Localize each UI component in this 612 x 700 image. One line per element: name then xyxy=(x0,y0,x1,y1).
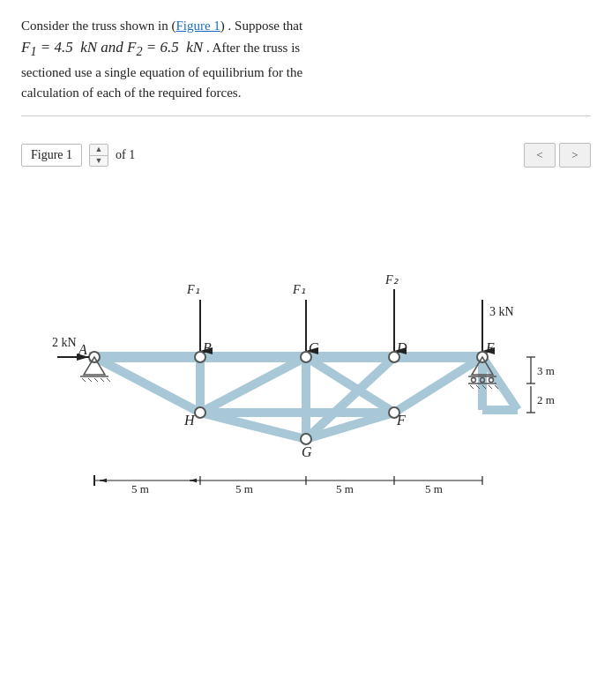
svg-line-27 xyxy=(94,378,98,382)
force-F2-label: F₂ xyxy=(384,273,399,287)
figure-link[interactable]: Figure 1 xyxy=(175,19,220,33)
force-2kN-label: 2 kN xyxy=(52,336,77,349)
node-label-D: D xyxy=(396,340,407,355)
dim-5m-4: 5 m xyxy=(425,482,443,495)
figure-of-text: of 1 xyxy=(116,148,135,162)
section-divider xyxy=(21,115,591,116)
figure-prev-button[interactable]: < xyxy=(524,143,556,168)
svg-line-28 xyxy=(101,378,104,382)
figure-nav-buttons: < > xyxy=(524,143,591,168)
node-label-F: F xyxy=(396,413,406,428)
svg-point-32 xyxy=(472,378,476,383)
svg-line-25 xyxy=(82,378,86,382)
figure-next-button[interactable]: > xyxy=(559,143,591,168)
node-label-B: B xyxy=(203,340,212,355)
svg-line-26 xyxy=(88,378,92,382)
svg-line-5 xyxy=(94,357,200,413)
dim-3m: 3 m xyxy=(537,364,555,377)
spinner-down-icon[interactable]: ▼ xyxy=(90,156,108,167)
dim-5m-2: 5 m xyxy=(235,482,253,495)
svg-line-36 xyxy=(470,385,474,389)
svg-line-39 xyxy=(489,385,492,389)
node-label-H: H xyxy=(183,413,196,428)
node-label-A: A xyxy=(78,342,87,357)
truss-diagram: A B C D E H G F 2 kN F₁ F₁ xyxy=(50,185,562,511)
problem-text: Consider the truss shown in (Figure 1) .… xyxy=(21,16,591,103)
force-F1-C-label: F₁ xyxy=(292,283,306,296)
figure-label: Figure 1 xyxy=(21,144,82,167)
svg-point-34 xyxy=(489,378,494,383)
svg-line-29 xyxy=(107,378,110,382)
figure-spinner[interactable]: ▲ ▼ xyxy=(89,144,108,167)
svg-line-10 xyxy=(394,357,482,413)
figure-area: A B C D E H G F 2 kN F₁ F₁ xyxy=(21,176,591,520)
figure-controls: Figure 1 ▲ ▼ of 1 < > xyxy=(21,143,591,168)
node-label-G: G xyxy=(302,444,312,459)
dim-2m: 2 m xyxy=(537,393,555,406)
svg-line-6 xyxy=(200,357,306,413)
force-F1-B-label: F₁ xyxy=(186,283,200,296)
dim-5m-3: 5 m xyxy=(336,482,354,495)
node-label-C: C xyxy=(309,340,318,355)
dim-5m-1: 5 m xyxy=(131,482,149,495)
node-label-E: E xyxy=(485,340,495,355)
force-3kN-label: 3 kN xyxy=(489,305,514,318)
svg-point-21 xyxy=(301,434,311,444)
spinner-up-icon[interactable]: ▲ xyxy=(90,145,108,156)
svg-point-20 xyxy=(195,407,205,418)
